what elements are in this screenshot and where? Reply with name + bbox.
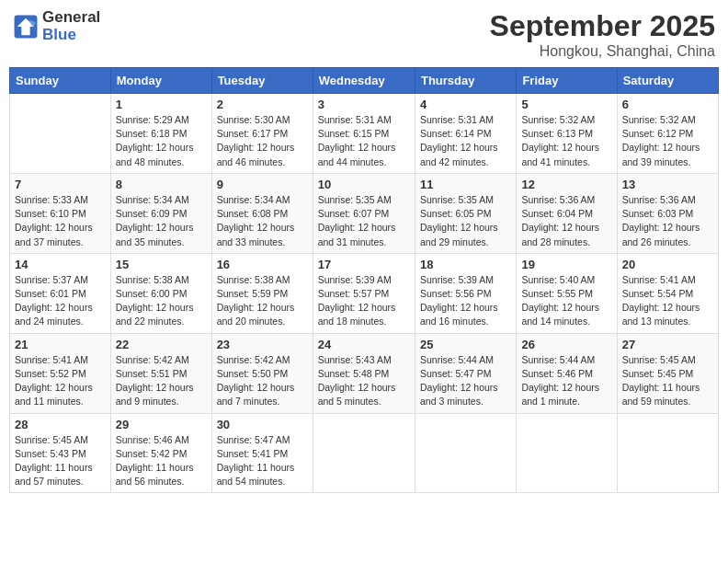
calendar-cell: 11Sunrise: 5:35 AMSunset: 6:05 PMDayligh… (415, 173, 516, 253)
day-info: Sunrise: 5:41 AMSunset: 5:54 PMDaylight:… (622, 273, 713, 329)
day-info: Sunrise: 5:29 AMSunset: 6:18 PMDaylight:… (116, 113, 207, 169)
day-info: Sunrise: 5:47 AMSunset: 5:41 PMDaylight:… (217, 433, 308, 489)
day-number: 24 (318, 338, 410, 351)
day-info: Sunrise: 5:32 AMSunset: 6:12 PMDaylight:… (622, 113, 713, 169)
day-number: 27 (622, 338, 713, 351)
day-info: Sunrise: 5:36 AMSunset: 6:03 PMDaylight:… (622, 193, 713, 249)
calendar-cell: 7Sunrise: 5:33 AMSunset: 6:10 PMDaylight… (10, 173, 111, 253)
day-info: Sunrise: 5:44 AMSunset: 5:46 PMDaylight:… (521, 353, 611, 409)
calendar-cell: 13Sunrise: 5:36 AMSunset: 6:03 PMDayligh… (617, 173, 718, 253)
day-number: 8 (116, 178, 207, 191)
day-info: Sunrise: 5:42 AMSunset: 5:50 PMDaylight:… (217, 353, 308, 409)
calendar-cell: 14Sunrise: 5:37 AMSunset: 6:01 PMDayligh… (10, 253, 111, 333)
calendar-cell: 30Sunrise: 5:47 AMSunset: 5:41 PMDayligh… (211, 413, 313, 493)
calendar-cell: 4Sunrise: 5:31 AMSunset: 6:14 PMDaylight… (415, 94, 516, 174)
calendar-cell: 28Sunrise: 5:45 AMSunset: 5:43 PMDayligh… (10, 413, 111, 493)
calendar-cell: 26Sunrise: 5:44 AMSunset: 5:46 PMDayligh… (517, 333, 617, 413)
month-title: September 2025 (490, 9, 715, 43)
day-info: Sunrise: 5:37 AMSunset: 6:01 PMDaylight:… (15, 273, 106, 329)
day-info: Sunrise: 5:38 AMSunset: 6:00 PMDaylight:… (116, 273, 207, 329)
calendar-header-wednesday: Wednesday (313, 68, 415, 94)
day-info: Sunrise: 5:31 AMSunset: 6:15 PMDaylight:… (318, 113, 410, 169)
day-number: 30 (217, 418, 308, 431)
calendar-cell (415, 413, 516, 493)
day-info: Sunrise: 5:35 AMSunset: 6:05 PMDaylight:… (420, 193, 511, 249)
logo-icon (13, 14, 39, 40)
location-title: Hongkou, Shanghai, China (490, 43, 715, 60)
day-number: 2 (217, 98, 308, 111)
calendar-cell (313, 413, 415, 493)
day-info: Sunrise: 5:32 AMSunset: 6:13 PMDaylight:… (521, 113, 611, 169)
calendar-cell: 22Sunrise: 5:42 AMSunset: 5:51 PMDayligh… (110, 333, 211, 413)
calendar-cell: 10Sunrise: 5:35 AMSunset: 6:07 PMDayligh… (313, 173, 415, 253)
day-info: Sunrise: 5:43 AMSunset: 5:48 PMDaylight:… (318, 353, 410, 409)
day-number: 3 (318, 98, 410, 111)
day-number: 23 (217, 338, 308, 351)
day-number: 17 (318, 258, 410, 271)
calendar-cell: 20Sunrise: 5:41 AMSunset: 5:54 PMDayligh… (617, 253, 718, 333)
calendar-header-saturday: Saturday (617, 68, 718, 94)
calendar-cell: 1Sunrise: 5:29 AMSunset: 6:18 PMDaylight… (110, 94, 211, 174)
day-number: 11 (420, 178, 511, 191)
day-number: 20 (622, 258, 713, 271)
day-info: Sunrise: 5:31 AMSunset: 6:14 PMDaylight:… (420, 113, 511, 169)
day-number: 15 (116, 258, 207, 271)
calendar-cell (517, 413, 617, 493)
calendar-header-friday: Friday (517, 68, 617, 94)
calendar-header-row: SundayMondayTuesdayWednesdayThursdayFrid… (10, 68, 719, 94)
calendar-cell: 2Sunrise: 5:30 AMSunset: 6:17 PMDaylight… (211, 94, 313, 174)
day-number: 14 (15, 258, 106, 271)
day-info: Sunrise: 5:38 AMSunset: 5:59 PMDaylight:… (217, 273, 308, 329)
calendar-cell: 23Sunrise: 5:42 AMSunset: 5:50 PMDayligh… (211, 333, 313, 413)
day-info: Sunrise: 5:41 AMSunset: 5:52 PMDaylight:… (15, 353, 106, 409)
page-header: General Blue September 2025 Hongkou, Sha… (9, 9, 719, 60)
day-number: 6 (622, 98, 713, 111)
calendar-cell (617, 413, 718, 493)
calendar-cell: 29Sunrise: 5:46 AMSunset: 5:42 PMDayligh… (110, 413, 211, 493)
day-number: 1 (116, 98, 207, 111)
day-info: Sunrise: 5:33 AMSunset: 6:10 PMDaylight:… (15, 193, 106, 249)
day-info: Sunrise: 5:30 AMSunset: 6:17 PMDaylight:… (217, 113, 308, 169)
logo-text-line1: General (42, 9, 100, 27)
day-number: 12 (521, 178, 611, 191)
day-number: 10 (318, 178, 410, 191)
day-number: 16 (217, 258, 308, 271)
calendar-week-row: 21Sunrise: 5:41 AMSunset: 5:52 PMDayligh… (10, 333, 719, 413)
day-number: 21 (15, 338, 106, 351)
day-number: 4 (420, 98, 511, 111)
day-number: 25 (420, 338, 511, 351)
day-info: Sunrise: 5:35 AMSunset: 6:07 PMDaylight:… (318, 193, 410, 249)
calendar-cell: 9Sunrise: 5:34 AMSunset: 6:08 PMDaylight… (211, 173, 313, 253)
calendar-cell: 17Sunrise: 5:39 AMSunset: 5:57 PMDayligh… (313, 253, 415, 333)
calendar-cell (10, 94, 111, 174)
day-info: Sunrise: 5:42 AMSunset: 5:51 PMDaylight:… (116, 353, 207, 409)
day-number: 26 (521, 338, 611, 351)
day-number: 28 (15, 418, 106, 431)
calendar-cell: 8Sunrise: 5:34 AMSunset: 6:09 PMDaylight… (110, 173, 211, 253)
day-number: 13 (622, 178, 713, 191)
day-number: 29 (116, 418, 207, 431)
day-info: Sunrise: 5:36 AMSunset: 6:04 PMDaylight:… (521, 193, 611, 249)
calendar-cell: 25Sunrise: 5:44 AMSunset: 5:47 PMDayligh… (415, 333, 516, 413)
calendar-body: 1Sunrise: 5:29 AMSunset: 6:18 PMDaylight… (10, 94, 719, 493)
day-info: Sunrise: 5:40 AMSunset: 5:55 PMDaylight:… (521, 273, 611, 329)
day-number: 19 (521, 258, 611, 271)
calendar-cell: 27Sunrise: 5:45 AMSunset: 5:45 PMDayligh… (617, 333, 718, 413)
day-number: 18 (420, 258, 511, 271)
day-info: Sunrise: 5:34 AMSunset: 6:09 PMDaylight:… (116, 193, 207, 249)
calendar-header-tuesday: Tuesday (211, 68, 313, 94)
day-info: Sunrise: 5:39 AMSunset: 5:57 PMDaylight:… (318, 273, 410, 329)
calendar-cell: 6Sunrise: 5:32 AMSunset: 6:12 PMDaylight… (617, 94, 718, 174)
logo-text-line2: Blue (42, 27, 100, 44)
day-number: 7 (15, 178, 106, 191)
logo: General Blue (13, 9, 100, 43)
calendar-cell: 12Sunrise: 5:36 AMSunset: 6:04 PMDayligh… (517, 173, 617, 253)
calendar-table: SundayMondayTuesdayWednesdayThursdayFrid… (9, 67, 719, 493)
calendar-cell: 3Sunrise: 5:31 AMSunset: 6:15 PMDaylight… (313, 94, 415, 174)
day-number: 5 (521, 98, 611, 111)
calendar-cell: 16Sunrise: 5:38 AMSunset: 5:59 PMDayligh… (211, 253, 313, 333)
calendar-week-row: 28Sunrise: 5:45 AMSunset: 5:43 PMDayligh… (10, 413, 719, 493)
day-info: Sunrise: 5:39 AMSunset: 5:56 PMDaylight:… (420, 273, 511, 329)
calendar-cell: 21Sunrise: 5:41 AMSunset: 5:52 PMDayligh… (10, 333, 111, 413)
calendar-cell: 19Sunrise: 5:40 AMSunset: 5:55 PMDayligh… (517, 253, 617, 333)
